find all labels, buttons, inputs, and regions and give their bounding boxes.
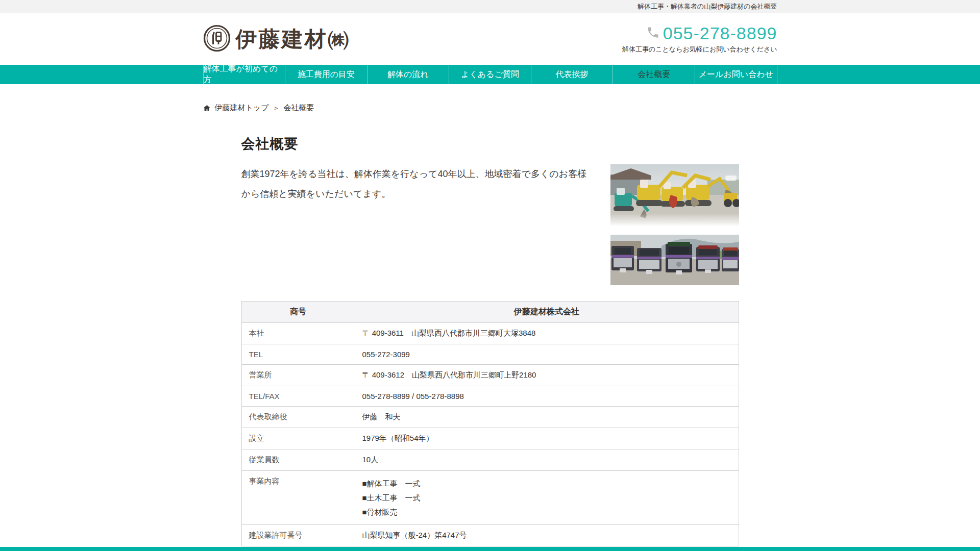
row-value: 〒 409-3612 山梨県西八代郡市川三郷町上野2180 [355,365,739,386]
row-value: 1979年（昭和54年） [355,428,739,449]
nav-item[interactable]: 施工費用の目安 [285,65,367,84]
breadcrumb-home-link[interactable]: 伊藤建材トップ [215,103,269,113]
table-row: TEL/FAX055-278-8899 / 055-278-8898 [241,386,739,407]
row-value: 055-278-8899 / 055-278-8898 [355,386,739,407]
row-label: 営業所 [241,365,355,386]
logo-text: 伊藤建材㈱ [236,29,351,50]
home-icon [203,104,211,112]
table-row: 事業内容■解体工事 一式■土木工事 一式■骨材販売 [241,471,739,525]
breadcrumb-current: 会社概要 [284,103,314,113]
logo[interactable]: 伊藤建材㈱ [203,24,351,54]
table-row: 建設業許可番号山梨県知事（般-24）第4747号 [241,525,739,546]
phone-icon [646,26,660,41]
nav-item[interactable]: 解体工事が初めての方 [203,65,285,84]
table-header-label: 商号 [241,302,355,323]
topbar: 解体工事・解体業者の山梨伊藤建材の会社概要 [0,0,980,13]
row-label: 事業内容 [241,471,355,525]
nav-item[interactable]: 代表挨拶 [531,65,613,84]
table-row: 従業員数10人 [241,449,739,471]
company-table-body: 本社〒 409-3611 山梨県西八代郡市川三郷町大塚3848TEL055-27… [241,323,739,546]
row-label: 従業員数 [241,449,355,471]
footer-accent-bar [0,547,980,551]
header-contact: 055-278-8899 解体工事のことならお気軽にお問い合わせください [622,24,777,54]
phone-note: 解体工事のことならお気軽にお問い合わせください [622,45,777,54]
nav-item[interactable]: 解体の流れ [367,65,449,84]
row-value: ■解体工事 一式■土木工事 一式■骨材販売 [355,471,739,525]
main-nav: 解体工事が初めての方施工費用の目安解体の流れよくあるご質問代表挨拶会社概要メール… [0,65,980,84]
table-row: 代表取締役伊藤 和夫 [241,407,739,428]
table-row: 営業所〒 409-3612 山梨県西八代郡市川三郷町上野2180 [241,365,739,386]
nav-item[interactable]: 会社概要 [612,65,695,84]
row-value: 055-272-3099 [355,344,739,365]
company-info-table: 商号 伊藤建材株式会社 本社〒 409-3611 山梨県西八代郡市川三郷町大塚3… [241,301,739,546]
breadcrumb: 伊藤建材トップ ＞ 会社概要 [0,103,980,113]
row-label: 設立 [241,428,355,449]
row-label: 代表取締役 [241,407,355,428]
row-value: 〒 409-3611 山梨県西八代郡市川三郷町大塚3848 [355,323,739,344]
main-nav-list: 解体工事が初めての方施工費用の目安解体の流れよくあるご質問代表挨拶会社概要メール… [203,65,777,84]
table-header-value: 伊藤建材株式会社 [355,302,739,323]
page-title: 会社概要 [241,135,739,153]
row-label: TEL [241,344,355,365]
topbar-title: 解体工事・解体業者の山梨伊藤建材の会社概要 [638,3,777,10]
company-equipment-photo [610,164,739,285]
row-value: 10人 [355,449,739,471]
row-label: 本社 [241,323,355,344]
table-row: 本社〒 409-3611 山梨県西八代郡市川三郷町大塚3848 [241,323,739,344]
company-intro-text: 創業1972年を誇る当社は、解体作業を行なって40年以上、地域密着で多くのお客様… [241,164,595,285]
breadcrumb-separator: ＞ [273,104,280,113]
phone-number[interactable]: 055-278-8899 [663,24,777,43]
table-row: 設立1979年（昭和54年） [241,428,739,449]
table-row: TEL055-272-3099 [241,344,739,365]
nav-item[interactable]: メールお問い合わせ [695,65,777,84]
table-header-row: 商号 伊藤建材株式会社 [241,302,739,323]
row-label: 建設業許可番号 [241,525,355,546]
nav-item[interactable]: よくあるご質問 [449,65,531,84]
row-value: 伊藤 和夫 [355,407,739,428]
logo-emblem-icon [203,24,231,54]
header: 伊藤建材㈱ 055-278-8899 解体工事のことならお気軽にお問い合わせくだ… [0,13,980,65]
row-value: 山梨県知事（般-24）第4747号 [355,525,739,546]
row-label: TEL/FAX [241,386,355,407]
main-content: 会社概要 創業1972年を誇る当社は、解体作業を行なって40年以上、地域密着で多… [241,135,739,546]
